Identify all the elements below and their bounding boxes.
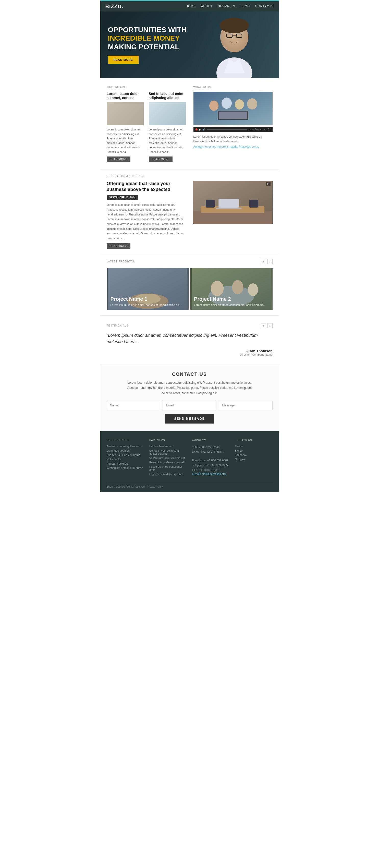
video-record-dot [195,128,197,130]
footer-social-facebook[interactable]: Facebook [235,454,273,457]
contact-name-input[interactable] [107,401,160,410]
project-2-desc: Lorem ipsum dolor sit amet, consectetuer… [194,303,264,306]
footer-grid: USEFUL LINKS Aenean nonummy hendrerit Vi… [107,439,273,477]
footer-social-skype[interactable]: Skype [235,449,273,452]
what-we-do-col: WHAT WE DO [193,86,273,162]
projects-nav: ‹ › [261,259,273,264]
projects-prev-button[interactable]: ‹ [261,259,266,264]
svg-rect-14 [193,211,272,224]
contact-email-input[interactable] [163,401,216,410]
who-article-2: Sed in lacus ut enim adipiscing aliquet … [149,92,186,162]
video-progress-bar[interactable] [207,129,247,130]
project-1-name: Project Name 1 [110,296,181,302]
footer-partner-1[interactable]: Lacinia fermentum [149,445,187,448]
svg-point-2 [220,18,249,33]
nav-services[interactable]: SERVICES [218,5,235,8]
nav-links: HOME ABOUT SERVICES BLOG CONTACTS [186,5,274,8]
who-article-2-body: Lorem ipsum dolor sit amet, consectetur … [149,127,186,154]
blog-read-more-btn[interactable]: READ MORE [107,243,131,249]
who-we-are-col: WHO WE ARE Lorem ipsum dolor sit amet, c… [107,86,186,162]
footer-follow-us: FOLLOW US Twitter Skype Facebook Google+ [235,439,273,477]
footer-partner-4[interactable]: Proin dictum elementum velit [149,461,187,464]
footer-link-1[interactable]: Aenean nonummy hendrerit [107,445,145,448]
projects-grid: Project Name 1 Lorem ipsum dolor sit ame… [107,268,273,310]
footer-address-title: ADDRESS [192,439,230,442]
projects-header: LATEST PROJECTS ‹ › [107,259,273,264]
blog-date: SEPTEMBER 12, 2014 [107,195,138,200]
footer-link-2[interactable]: Vivamus eget nibh [107,449,145,452]
contact-send-button[interactable]: SEND MESSAGE [165,414,214,424]
footer-partner-3[interactable]: Vestibulum iaculis lacinia est [149,457,187,460]
hero-cta-button[interactable]: READ MORE [108,56,138,64]
footer: USEFUL LINKS Aenean nonummy hendrerit Vi… [100,431,279,492]
project-2-name: Project Name 2 [194,296,264,302]
footer-partner-2[interactable]: Donec in velit vel ipsum auctor pulvinar [149,449,187,455]
footer-bottom: Bizzu © 2015 All Rights Reserved | Priva… [107,482,273,488]
nav-home[interactable]: HOME [186,5,196,8]
footer-fax: FAX: +1 800 889 9898 [192,468,230,472]
contact-message-input[interactable] [219,401,273,410]
hero-title-line1: OPPORTUNITIES WITH [108,26,187,34]
footer-link-5[interactable]: Aenean nec eros [107,462,145,465]
testimonials-next-button[interactable]: › [267,323,273,328]
who-article-1-btn[interactable]: READ MORE [107,156,131,162]
who-article-2-btn[interactable]: READ MORE [149,156,173,162]
testimonial-author: - Dan Thomson Director , Company Name [107,349,273,356]
footer-useful-links-title: USEFUL LINKS [107,439,145,442]
project-card-1[interactable]: Project Name 1 Lorem ipsum dolor sit ame… [107,268,189,310]
svg-point-9 [235,99,244,110]
hero-section: OPPORTUNITIES WITH INCREDIBLE MONEY MAKI… [100,11,279,78]
svg-rect-17 [216,208,242,209]
testimonials-section: TESTIMONIALS ‹ › “Lorem ipsum dolor sit … [100,315,279,364]
footer-social-twitter[interactable]: Twitter [235,445,273,448]
hero-title-line2: INCREDIBLE MONEY [108,34,187,43]
footer-follow-us-title: FOLLOW US [235,439,273,442]
hero-title-line3: MAKING POTENTIAL [108,43,187,51]
who-what-section: WHO WE ARE Lorem ipsum dolor sit amet, c… [100,78,279,169]
project-card-2[interactable]: Project Name 2 Lorem ipsum dolor sit ame… [190,268,273,310]
footer-link-6[interactable]: Vestibulum ante ipsum primis [107,466,145,469]
who-article-2-image [149,102,186,125]
project-1-content: Project Name 1 Lorem ipsum dolor sit ame… [107,292,184,310]
site-logo[interactable]: BIZZU. [105,4,123,9]
video-controls: ▶ 🔊 00:00 / 00:40 YT ⛶ [193,127,273,132]
who-article-1-body: Lorem ipsum dolor sit amet, consectetur … [107,127,144,154]
hero-person-svg [209,11,260,78]
projects-next-button[interactable]: › [267,259,273,264]
testimonials-prev-button[interactable]: ‹ [261,323,266,328]
footer-email[interactable]: E-mail: mail@demolink.org [192,472,230,475]
footer-social-googleplus[interactable]: Google+ [235,458,273,461]
projects-section: LATEST PROJECTS ‹ › Project Nam [100,254,279,315]
footer-partners-title: PARTNERS [149,439,187,442]
hero-content: OPPORTUNITIES WITH INCREDIBLE MONEY MAKI… [100,18,194,72]
blog-image-tag: ▶ [266,182,271,186]
svg-point-8 [222,97,232,109]
contact-desc: Lorem ipsum dolor sit amet, consectetur … [126,380,253,396]
nav-contacts[interactable]: CONTACTS [255,5,274,8]
logo-text: BIZZU. [105,4,123,9]
video-image-svg [193,92,273,125]
who-articles-grid: Lorem ipsum dolor sit amet, consec Lorem… [107,92,186,162]
svg-rect-18 [206,200,215,208]
who-we-are-label: WHO WE ARE [107,86,186,89]
footer-partner-5[interactable]: Fusce euismod consequat ante [149,465,187,471]
blog-label: RECENT FROM THE BLOG [107,175,273,178]
svg-point-7 [209,101,218,111]
testimonials-label: TESTIMONIALS [107,324,128,327]
svg-rect-19 [249,200,258,208]
blog-title: Offering ideas that raise your business … [107,181,187,193]
nav-about[interactable]: ABOUT [201,5,213,8]
footer-link-4[interactable]: Nulla facilisi [107,458,145,461]
footer-link-3[interactable]: Etiam cursus leo vel metus [107,454,145,457]
footer-partner-6[interactable]: Lorem ipsum dolor sit amet [149,472,187,475]
testimonial-author-name: - Dan Thomson [107,349,273,353]
project-2-content: Project Name 2 Lorem ipsum dolor sit ame… [190,292,268,310]
nav-blog[interactable]: BLOG [241,5,250,8]
testimonials-header: TESTIMONIALS ‹ › [107,323,273,328]
footer-partners: PARTNERS Lacinia fermentum Donec in veli… [149,439,187,477]
svg-rect-12 [219,112,247,119]
contact-title: CONTACT US [107,372,273,377]
who-article-2-title: Sed in lacus ut enim adipiscing aliquet [149,92,186,100]
footer-address-line2: Cambridge, MG09 99HT. [192,450,230,455]
what-we-do-link[interactable]: Aenean nonummy hendrerit mauris. Phasell… [193,145,259,148]
